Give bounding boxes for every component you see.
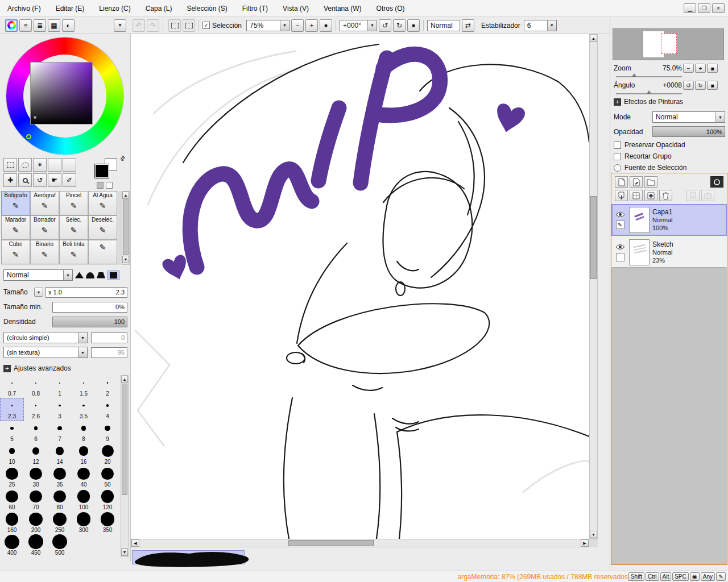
view-mode-box[interactable]: Normal xyxy=(427,20,460,31)
chevron-down-icon[interactable]: ▼ xyxy=(78,332,87,343)
close-button[interactable]: × xyxy=(712,3,725,13)
menu-item[interactable]: Vista (V) xyxy=(275,0,316,17)
selection-display-button[interactable] xyxy=(710,176,723,188)
chevron-down-icon[interactable]: ▼ xyxy=(547,20,556,31)
new-lineart-layer-button[interactable] xyxy=(630,176,643,188)
expand-plus-icon[interactable]: + xyxy=(614,98,621,106)
estabilizador-select[interactable]: 6 ▼ xyxy=(524,20,557,31)
layer-item[interactable]: ✎ Capa1 Normal 100% xyxy=(611,204,727,236)
tool-grid-scrollbar[interactable]: ▲ ▼ xyxy=(122,191,130,265)
nav-rotate-ccw-button[interactable]: ↺ xyxy=(683,81,694,90)
zoom-select[interactable]: 75% ▼ xyxy=(246,20,289,31)
saturation-value-square[interactable] xyxy=(30,62,93,124)
paint-effects-row[interactable]: + Efectos de Pinturas xyxy=(614,98,683,106)
foreground-color-swatch[interactable] xyxy=(94,164,109,178)
menu-item[interactable]: Ventana (W) xyxy=(316,0,369,17)
selection-scale-button[interactable] xyxy=(183,19,195,32)
brush-size-cell[interactable]: 160 xyxy=(0,512,24,534)
brush-size-cell[interactable]: 4 xyxy=(96,398,119,421)
brush-size-cell[interactable]: 25 xyxy=(0,466,24,489)
brush-edge-selected[interactable] xyxy=(107,271,119,280)
size-slider[interactable]: x 1.0 2.3 xyxy=(46,287,127,298)
rotate-view-button[interactable]: ↺ xyxy=(33,173,47,187)
nav-rotate-reset-button[interactable]: ■ xyxy=(707,81,718,90)
brush-size-cell[interactable]: 12 xyxy=(24,443,48,466)
panel-layout-button-1[interactable]: ≡ xyxy=(19,19,32,32)
advanced-settings-row[interactable]: + Ajustes avanzados xyxy=(3,363,71,374)
brush-size-cell[interactable]: 9 xyxy=(96,421,119,443)
rotate-ccw-button[interactable]: ↺ xyxy=(379,19,391,32)
nav-zoom-out-button[interactable]: − xyxy=(683,64,694,73)
tool-button[interactable]: Cubo ✎ xyxy=(1,240,30,264)
density-slider[interactable]: 100 xyxy=(52,317,127,327)
canvas-vertical-scrollbar[interactable]: ▲ ▼ xyxy=(589,34,598,539)
tool-button[interactable]: ✎ xyxy=(88,240,117,264)
panel-layout-button-4[interactable]: ◐ xyxy=(62,19,75,32)
canvas-horizontal-scrollbar[interactable]: ◀ ▶ xyxy=(131,539,589,547)
zoom-reset-button[interactable]: ■ xyxy=(320,19,332,32)
white-swatch[interactable] xyxy=(106,182,113,189)
blend-mode-select[interactable]: Normal ▼ xyxy=(3,269,73,281)
menu-item[interactable]: Otros (O) xyxy=(369,0,412,17)
brush-size-cell[interactable]: 30 xyxy=(24,466,48,489)
transfer-down-button[interactable] xyxy=(615,190,628,201)
clipping-group-checkbox[interactable] xyxy=(614,153,621,160)
brush-size-cell[interactable]: 40 xyxy=(72,466,96,489)
menu-item[interactable]: Selección (S) xyxy=(179,0,234,17)
chevron-down-icon[interactable]: ▼ xyxy=(715,112,725,122)
merge-down-button[interactable] xyxy=(630,190,643,201)
brush-size-cell[interactable]: 6 xyxy=(24,421,48,443)
canvas-drawing[interactable]: WIP xyxy=(131,34,589,539)
selection-move-button[interactable] xyxy=(168,19,181,32)
new-folder-button[interactable] xyxy=(644,176,657,188)
brush-size-cell[interactable]: 3.5 xyxy=(72,398,96,421)
brush-size-cell[interactable]: 450 xyxy=(24,534,48,557)
chevron-down-icon[interactable]: ▼ xyxy=(78,347,87,357)
zoom-out-button[interactable]: − xyxy=(291,19,304,32)
visibility-eye-icon[interactable] xyxy=(615,243,625,251)
brush-size-cell[interactable]: 1 xyxy=(48,375,72,398)
brush-size-cell[interactable]: 5 xyxy=(0,421,24,443)
panel-options-dropdown-button[interactable]: ▼ xyxy=(114,19,126,32)
scroll-thumb[interactable] xyxy=(123,199,129,255)
minimize-button[interactable]: ▁ xyxy=(684,3,696,13)
brush-size-cell[interactable]: 8 xyxy=(72,421,96,443)
undo-button[interactable]: ↶ xyxy=(133,19,145,32)
chevron-down-icon[interactable]: ▼ xyxy=(63,270,72,280)
tool-button[interactable]: Selec. ✎ xyxy=(59,215,88,240)
rotate-cw-button[interactable]: ↻ xyxy=(393,19,406,32)
brush-size-cell[interactable]: 2 xyxy=(96,375,119,398)
merge-disabled-button[interactable] xyxy=(686,190,700,201)
tool-button[interactable]: Aerógraf ✎ xyxy=(30,191,59,215)
clear-layer-button[interactable] xyxy=(644,190,657,201)
scroll-thumb[interactable] xyxy=(590,196,597,279)
magic-wand-button[interactable]: ✶ xyxy=(33,158,47,172)
angle-slider-handle[interactable] xyxy=(647,90,651,94)
eyedropper-button[interactable]: ✐ xyxy=(63,173,76,187)
menu-item[interactable]: Editar (E) xyxy=(48,0,92,17)
brush-size-cell[interactable]: 300 xyxy=(72,512,96,534)
scroll-thumb[interactable] xyxy=(122,384,127,495)
tool-button[interactable]: Boli tinta ✎ xyxy=(59,240,88,264)
brush-size-cell[interactable]: 7 xyxy=(48,421,72,443)
scroll-up-icon[interactable]: ▲ xyxy=(121,376,128,383)
panel-layout-button-2[interactable]: ≣ xyxy=(34,19,46,32)
angle-select[interactable]: +000° ▼ xyxy=(340,20,377,31)
expand-plus-icon[interactable]: + xyxy=(3,365,11,372)
menu-item[interactable]: Lienzo (C) xyxy=(92,0,138,17)
move-tool-button[interactable]: ✚ xyxy=(3,173,17,187)
tool-button[interactable]: Deselec. ✎ xyxy=(88,215,117,240)
preserve-opacity-checkbox[interactable] xyxy=(614,142,621,149)
brush-size-cell[interactable]: 70 xyxy=(24,489,48,512)
brush-size-cell[interactable]: 50 xyxy=(96,466,119,489)
scroll-up-icon[interactable]: ▲ xyxy=(122,192,129,199)
brush-size-cell[interactable]: 10 xyxy=(0,443,24,466)
nav-rotate-cw-button[interactable]: ↻ xyxy=(695,81,706,90)
visibility-eye-icon[interactable] xyxy=(615,211,625,218)
brush-size-cell[interactable]: 3 xyxy=(48,398,72,421)
modifier-key[interactable]: Ctrl xyxy=(646,572,659,581)
brush-edge-round-icon[interactable] xyxy=(86,272,94,278)
canvas-name-field[interactable] xyxy=(132,550,245,564)
scroll-down-icon[interactable]: ▼ xyxy=(121,548,128,556)
restore-button[interactable]: ❐ xyxy=(698,3,710,13)
